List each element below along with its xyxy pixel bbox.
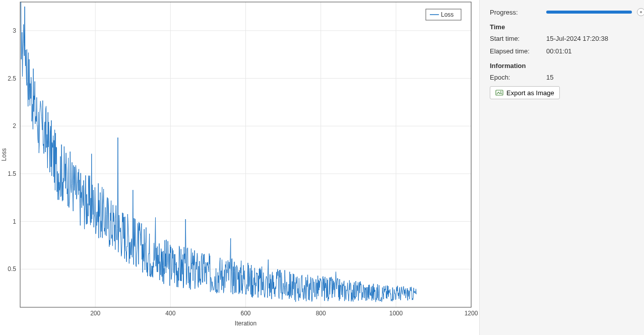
svg-text:1.5: 1.5 xyxy=(8,170,16,177)
svg-text:Loss: Loss xyxy=(441,11,454,18)
svg-text:1000: 1000 xyxy=(389,310,403,317)
info-section-title: Information xyxy=(490,62,644,70)
svg-text:2: 2 xyxy=(13,122,16,129)
epoch-value: 15 xyxy=(546,74,644,81)
svg-text:600: 600 xyxy=(240,310,250,317)
svg-text:2.5: 2.5 xyxy=(8,75,16,82)
start-time-value: 15-Jul-2024 17:20:38 xyxy=(546,35,644,42)
svg-text:1: 1 xyxy=(13,218,16,225)
epoch-label: Epoch: xyxy=(490,74,546,81)
progress-label: Progress: xyxy=(490,9,546,16)
svg-text:200: 200 xyxy=(90,310,100,317)
elapsed-time-label: Elapsed time: xyxy=(490,47,546,55)
svg-text:1200: 1200 xyxy=(465,310,478,317)
elapsed-time-value: 00:01:01 xyxy=(546,47,644,55)
svg-text:400: 400 xyxy=(165,310,175,317)
loss-chart: 200400600800100012000.511.522.53Iteratio… xyxy=(0,0,480,335)
export-button[interactable]: Export as Image xyxy=(490,86,560,99)
svg-text:800: 800 xyxy=(316,310,326,317)
svg-text:Loss: Loss xyxy=(1,148,8,161)
start-time-label: Start time: xyxy=(490,35,546,42)
time-section-title: Time xyxy=(490,23,644,31)
stop-button[interactable] xyxy=(637,8,644,16)
chart-pane: 200400600800100012000.511.522.53Iteratio… xyxy=(0,0,480,335)
svg-point-32 xyxy=(500,91,501,92)
svg-rect-31 xyxy=(496,90,503,95)
export-image-icon xyxy=(495,89,503,97)
svg-text:3: 3 xyxy=(13,27,16,34)
svg-text:Iteration: Iteration xyxy=(235,320,256,327)
progress-bar xyxy=(546,11,632,14)
progress-row: Progress: xyxy=(490,8,644,16)
export-button-label: Export as Image xyxy=(506,89,554,97)
stop-icon xyxy=(640,11,642,13)
training-info-panel: Progress: Time Start time: 15-Jul-2024 1… xyxy=(480,0,644,335)
svg-text:0.5: 0.5 xyxy=(8,265,16,273)
